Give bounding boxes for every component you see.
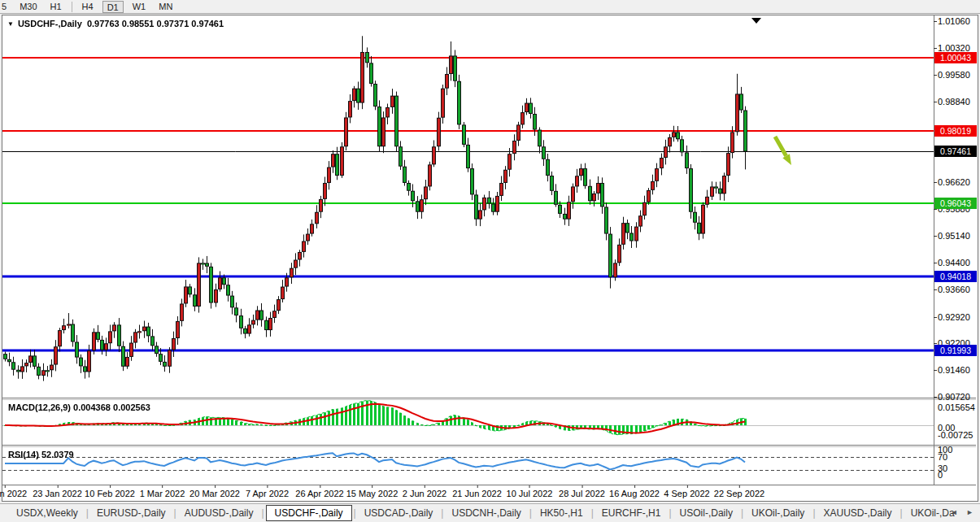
- chart-title: ▼USDCHF-,Daily 0.97763 0.98551 0.97371 0…: [7, 19, 224, 28]
- date-axis-label: 26 Apr 2022: [295, 489, 343, 498]
- rsi-panel-canvas[interactable]: [2, 447, 934, 485]
- tab-separator: |: [259, 507, 265, 519]
- date-axis-label: 2 Jun 2022: [403, 489, 446, 498]
- rsi-indicator-label: RSI(14) 52.0379: [8, 450, 74, 459]
- tab-audusd-daily[interactable]: AUDUSD-,Daily: [178, 506, 260, 520]
- tab-separator: |: [899, 507, 904, 519]
- price-chart-canvas[interactable]: [2, 17, 934, 398]
- price-axis-tick: 0.95140: [938, 231, 977, 241]
- tab-separator: |: [528, 507, 534, 519]
- date-axis-label: 21 Jun 2022: [452, 489, 502, 498]
- macd-indicator-label: MACD(12,26,9) 0.004368 0.002563: [8, 402, 150, 412]
- timeframe-button-h1[interactable]: H1: [46, 1, 66, 13]
- tab-separator: |: [667, 507, 673, 519]
- price-level-badge: 0.97461: [934, 146, 977, 157]
- date-axis-label: 22 Sep 2022: [714, 489, 764, 498]
- date-axis-label: 20 Mar 2022: [189, 489, 240, 498]
- rsi-axis-label: 70: [938, 452, 947, 462]
- macd-axis-label: -0.00725: [938, 430, 973, 440]
- tab-separator: |: [811, 507, 817, 519]
- timeframe-button-h4[interactable]: H4: [78, 1, 98, 13]
- timeframe-button-m30[interactable]: M30: [15, 1, 41, 13]
- date-axis-label: 1 Mar 2022: [140, 489, 185, 498]
- toolbar-separator: [72, 2, 72, 12]
- macd-axis-label: 0.015654: [938, 402, 975, 412]
- tab-eurchf-h1[interactable]: EURCHF-,H1: [595, 506, 668, 520]
- price-axis-tick: 0.93660: [938, 285, 977, 294]
- tab-usoil-daily[interactable]: USOil-,Daily: [673, 506, 739, 520]
- rsi-axis-label: 0: [938, 470, 943, 480]
- tab-separator: |: [439, 507, 445, 519]
- chart-symbol-label: USDCHF-,Daily: [18, 19, 82, 28]
- price-axis-divider: [934, 15, 934, 501]
- price-axis-tick: 0.99580: [938, 70, 977, 80]
- price-axis-tick: 0.96620: [938, 177, 977, 187]
- chart-window: ▼USDCHF-,Daily 0.97763 0.98551 0.97371 0…: [2, 15, 978, 502]
- date-axis-label: 4 Sep 2022: [664, 489, 709, 498]
- date-axis-label: 28 Jul 2022: [559, 489, 605, 498]
- price-axis-tick: 0.90720: [938, 392, 977, 402]
- chart-tabbar: USDX,Weekly|EURUSD-,Daily|AUDUSD-,Daily|…: [0, 503, 980, 522]
- price-axis-tick: 0.94400: [938, 258, 977, 268]
- date-axis-label: 15 May 2022: [346, 489, 399, 498]
- symbol-dropdown-icon[interactable]: ▼: [7, 20, 14, 28]
- price-axis-tick: 0.98840: [938, 97, 977, 107]
- price-axis-tick: 1.01060: [938, 16, 977, 26]
- price-axis-tick: 0.92920: [938, 312, 977, 322]
- price-axis-tick: 1.00320: [938, 43, 977, 53]
- chart-shift-marker-icon[interactable]: [751, 18, 761, 24]
- date-axis-label: 16 Aug 2022: [609, 489, 660, 498]
- date-axis-label: 10 Jul 2022: [507, 489, 553, 498]
- tab-eurusd-daily[interactable]: EURUSD-,Daily: [90, 506, 172, 520]
- tab-usdcnh-daily[interactable]: USDCNH-,Daily: [445, 506, 527, 520]
- tab-usdcad-daily[interactable]: USDCAD-,Daily: [358, 506, 440, 520]
- tab-scroll-arrows[interactable]: ◄ ►: [951, 508, 977, 516]
- timeframe-button-mn[interactable]: MN: [155, 1, 176, 13]
- price-axis-tick: 0.91460: [938, 365, 977, 375]
- price-level-badge: 0.91993: [934, 345, 977, 356]
- date-axis-label: 10 Feb 2022: [85, 489, 135, 498]
- timeframe-button-5[interactable]: 5: [0, 1, 11, 13]
- tab-usdchf-daily[interactable]: USDCHF-,Daily: [266, 505, 352, 521]
- chart-ohlc-values: 0.97763 0.98551 0.97371 0.97461: [87, 19, 224, 28]
- price-level-badge: 0.94018: [934, 271, 977, 282]
- tab-separator: |: [85, 507, 90, 519]
- tab-separator: |: [352, 507, 358, 519]
- price-level-badge: 0.96043: [934, 198, 977, 209]
- tab-hk50-h1[interactable]: HK50-,H1: [534, 506, 590, 520]
- tab-separator: |: [739, 507, 745, 519]
- date-axis-label: 23 Jan 2022: [33, 489, 82, 498]
- timeframe-button-w1[interactable]: W1: [128, 1, 150, 13]
- tab-xauusd-daily[interactable]: XAUUSD-,Daily: [817, 506, 899, 520]
- tab-usdx-weekly[interactable]: USDX,Weekly: [10, 506, 85, 520]
- tab-separator: |: [172, 507, 178, 519]
- tab-ukoil-daily[interactable]: UKOil-,Daily: [745, 506, 811, 520]
- date-axis-label: 7 Apr 2022: [246, 489, 289, 498]
- date-axis: 4 Jan 202223 Jan 202210 Feb 20221 Mar 20…: [2, 485, 976, 501]
- timeframe-toolbar: 5M30H1H4D1W1MN: [0, 0, 980, 14]
- timeframe-button-d1[interactable]: D1: [102, 1, 124, 13]
- date-axis-label: 4 Jan 2022: [0, 489, 27, 498]
- price-level-badge: 0.98019: [934, 125, 977, 137]
- tab-separator: |: [590, 507, 595, 519]
- price-level-badge: 1.00043: [934, 52, 977, 63]
